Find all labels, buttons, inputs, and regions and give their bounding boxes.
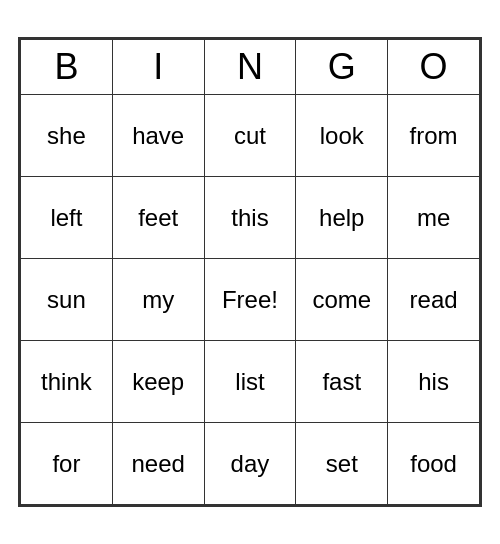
header-g: G bbox=[296, 40, 388, 95]
header-n: N bbox=[204, 40, 296, 95]
header-i: I bbox=[112, 40, 204, 95]
table-row: thinkkeeplistfasthis bbox=[21, 341, 480, 423]
bingo-body: shehavecutlookfromleftfeetthishelpmesunm… bbox=[21, 95, 480, 505]
table-row: shehavecutlookfrom bbox=[21, 95, 480, 177]
table-row: sunmyFree!comeread bbox=[21, 259, 480, 341]
cell-1-1: feet bbox=[112, 177, 204, 259]
cell-4-2: day bbox=[204, 423, 296, 505]
header-row: B I N G O bbox=[21, 40, 480, 95]
cell-4-1: need bbox=[112, 423, 204, 505]
table-row: leftfeetthishelpme bbox=[21, 177, 480, 259]
cell-2-4: read bbox=[388, 259, 480, 341]
header-b: B bbox=[21, 40, 113, 95]
cell-0-3: look bbox=[296, 95, 388, 177]
cell-1-4: me bbox=[388, 177, 480, 259]
cell-3-0: think bbox=[21, 341, 113, 423]
cell-1-3: help bbox=[296, 177, 388, 259]
cell-0-2: cut bbox=[204, 95, 296, 177]
header-o: O bbox=[388, 40, 480, 95]
cell-4-3: set bbox=[296, 423, 388, 505]
cell-3-2: list bbox=[204, 341, 296, 423]
cell-3-1: keep bbox=[112, 341, 204, 423]
cell-3-3: fast bbox=[296, 341, 388, 423]
cell-2-0: sun bbox=[21, 259, 113, 341]
bingo-card: B I N G O shehavecutlookfromleftfeetthis… bbox=[18, 37, 482, 507]
bingo-table: B I N G O shehavecutlookfromleftfeetthis… bbox=[20, 39, 480, 505]
cell-0-1: have bbox=[112, 95, 204, 177]
cell-0-0: she bbox=[21, 95, 113, 177]
cell-4-0: for bbox=[21, 423, 113, 505]
table-row: forneeddaysetfood bbox=[21, 423, 480, 505]
cell-2-2: Free! bbox=[204, 259, 296, 341]
cell-3-4: his bbox=[388, 341, 480, 423]
cell-1-0: left bbox=[21, 177, 113, 259]
cell-4-4: food bbox=[388, 423, 480, 505]
cell-0-4: from bbox=[388, 95, 480, 177]
cell-2-3: come bbox=[296, 259, 388, 341]
cell-1-2: this bbox=[204, 177, 296, 259]
cell-2-1: my bbox=[112, 259, 204, 341]
